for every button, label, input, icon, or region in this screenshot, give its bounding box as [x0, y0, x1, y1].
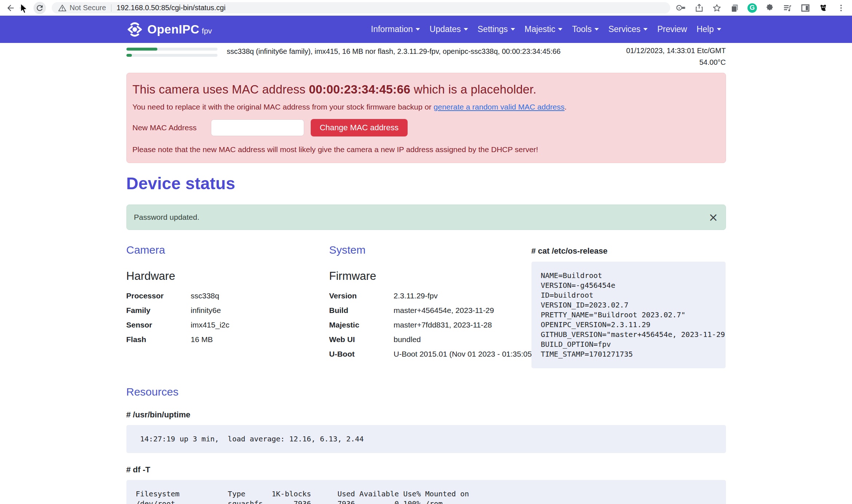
address-divider: [111, 4, 111, 12]
nav-label: Tools: [572, 24, 592, 34]
resources-heading: Resources: [126, 386, 726, 398]
table-row: Buildmaster+456454e, 2023-11-29: [329, 303, 518, 318]
panda-extension-icon[interactable]: [818, 3, 828, 13]
table-row: Web UIbundled: [329, 332, 518, 347]
reload-button[interactable]: [34, 2, 46, 14]
uptime-output: 14:27:19 up 3 min, load average: 12.16, …: [126, 425, 726, 453]
mac-warning-alert: This camera uses MAC address 00:00:23:34…: [126, 73, 726, 163]
progress-track-1: [126, 48, 217, 51]
resources-section: Resources # /usr/bin/uptime 14:27:19 up …: [126, 386, 726, 504]
uptime-command: # /usr/bin/uptime: [126, 410, 726, 420]
browser-toolbar: Not Secure 192.168.0.50:85/cgi-bin/statu…: [0, 0, 852, 16]
table-row: Processorssc338q: [126, 289, 316, 303]
progress-fill-2: [126, 54, 132, 57]
mac-warning-body: You need to replace it with the original…: [133, 103, 720, 111]
warning-triangle-icon: [58, 4, 66, 12]
security-label: Not Secure: [70, 4, 106, 12]
change-mac-button[interactable]: Change MAC address: [311, 119, 408, 136]
nav-label: Help: [696, 24, 714, 34]
nav-information[interactable]: Information: [366, 24, 425, 34]
toolbar-extensions: G: [676, 3, 848, 13]
nav-services[interactable]: Services: [604, 24, 652, 34]
nav-label: Information: [371, 24, 413, 34]
nav-menu: Information Updates Settings Majestic To…: [366, 24, 726, 34]
chevron-down-icon: [416, 28, 420, 31]
nav-label: Services: [608, 24, 640, 34]
os-release-output: NAME=Buildroot VERSION=-g456454e ID=buil…: [531, 262, 726, 368]
chevron-down-icon: [717, 28, 721, 31]
nav-tools[interactable]: Tools: [567, 24, 604, 34]
df-command: # df -T: [126, 465, 726, 475]
system-section: System Firmware Version2.3.11.29-fpv Bui…: [329, 244, 518, 361]
nav-majestic[interactable]: Majestic: [520, 24, 567, 34]
page-title: Device status: [126, 174, 726, 193]
os-release-section: # cat /etc/os-release NAME=Buildroot VER…: [531, 244, 726, 368]
nav-label: Settings: [478, 24, 508, 34]
progress-fill-1: [126, 48, 157, 51]
bookmark-star-icon[interactable]: [712, 3, 722, 13]
openipc-eye-icon: [126, 21, 143, 38]
back-button[interactable]: [4, 2, 17, 14]
chevron-down-icon: [643, 28, 648, 31]
table-row: Majesticmaster+7fdd831, 2023-11-28: [329, 318, 518, 332]
hardware-table: Processorssc338q Familyinfinity6e Sensor…: [126, 289, 316, 347]
nav-help[interactable]: Help: [692, 24, 726, 34]
chevron-down-icon: [464, 28, 468, 31]
reload-icon: [35, 4, 44, 12]
mac-warning-title: This camera uses MAC address 00:00:23:34…: [133, 83, 720, 96]
os-release-command: # cat /etc/os-release: [531, 246, 726, 256]
system-heading: System: [329, 244, 518, 256]
address-bar[interactable]: Not Secure 192.168.0.50:85/cgi-bin/statu…: [52, 2, 670, 13]
table-row: Version2.3.11.29-fpv: [329, 289, 518, 303]
nav-label: Updates: [429, 24, 461, 34]
new-mac-input[interactable]: [211, 119, 304, 136]
firmware-heading: Firmware: [329, 270, 518, 283]
device-summary: ssc338q (infinity6e family), imx415, 16 …: [227, 47, 561, 56]
hardware-heading: Hardware: [126, 270, 316, 283]
nav-label: Preview: [657, 24, 687, 34]
pages-extension-icon[interactable]: [730, 3, 740, 13]
table-row: U-BootU-Boot 2015.01 (Nov 01 2023 - 01:3…: [329, 347, 518, 361]
table-row: Familyinfinity6e: [126, 303, 316, 318]
generate-mac-link[interactable]: generate a random valid MAC address: [433, 103, 565, 111]
device-datetime: 01/12/2023, 14:33:01 Etc/GMT: [626, 47, 726, 55]
app-navbar: OpenIPC fpv Information Updates Settings…: [0, 16, 852, 43]
mac-dhcp-note: Please note that the new MAC address wil…: [133, 145, 720, 154]
security-status[interactable]: Not Secure: [58, 4, 106, 12]
close-icon[interactable]: ×: [708, 211, 718, 223]
brand-suffix: fpv: [202, 27, 212, 35]
df-output: Filesystem Type 1K-blocks Used Available…: [126, 480, 726, 504]
grammarly-extension-icon[interactable]: G: [747, 3, 757, 13]
alert-message: Password updated.: [134, 213, 200, 222]
extensions-puzzle-icon[interactable]: [765, 3, 775, 13]
nav-preview[interactable]: Preview: [652, 24, 692, 34]
nav-settings[interactable]: Settings: [473, 24, 520, 34]
browser-menu-icon[interactable]: [836, 3, 846, 13]
nav-label: Majestic: [525, 24, 555, 34]
firmware-table: Version2.3.11.29-fpv Buildmaster+456454e…: [329, 289, 518, 361]
back-arrow-icon: [6, 3, 15, 13]
table-row: Sensorimx415_i2c: [126, 318, 316, 332]
chevron-down-icon: [558, 28, 562, 31]
brand-name: OpenIPC: [148, 23, 200, 36]
device-status-bar: ssc338q (infinity6e family), imx415, 16 …: [126, 47, 726, 67]
chevron-down-icon: [511, 28, 515, 31]
progress-track-2: [126, 54, 217, 57]
password-key-icon[interactable]: [676, 3, 686, 13]
mac-address-value: 00:00:23:34:45:66: [309, 83, 411, 96]
camera-section: Camera Hardware Processorssc338q Familyi…: [126, 244, 316, 347]
chevron-down-icon: [594, 28, 599, 31]
table-row: Flash16 MB: [126, 332, 316, 347]
new-mac-label: New MAC Address: [133, 123, 197, 132]
openipc-logo[interactable]: OpenIPC fpv: [126, 21, 212, 38]
device-temperature: 54.00°C: [626, 58, 726, 67]
url-text: 192.168.0.50:85/cgi-bin/status.cgi: [117, 4, 225, 12]
password-updated-alert: Password updated. ×: [126, 205, 726, 230]
camera-heading: Camera: [126, 244, 316, 256]
sidebar-extension-icon[interactable]: [800, 3, 810, 13]
resource-progress-bars: [126, 47, 217, 57]
share-icon[interactable]: [694, 3, 704, 13]
mac-form: New MAC Address Change MAC address: [133, 119, 720, 136]
nav-updates[interactable]: Updates: [425, 24, 473, 34]
music-queue-extension-icon[interactable]: [782, 3, 793, 13]
